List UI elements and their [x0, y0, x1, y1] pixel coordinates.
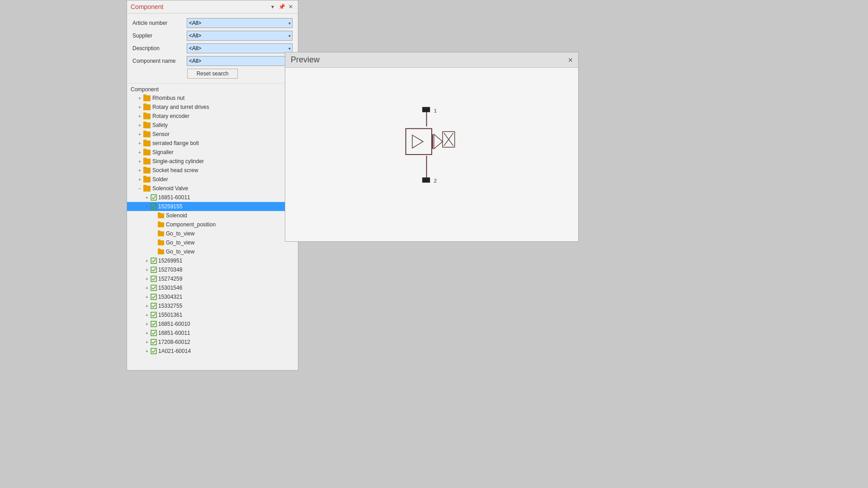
tree-item-1a021-60014[interactable]: + 1A021-60014	[127, 347, 298, 356]
expand-17208-60012[interactable]: +	[143, 338, 151, 346]
label-15274259: 15274259	[158, 276, 182, 282]
expand-1a021-60014[interactable]: +	[143, 347, 151, 355]
folder-icon-solder	[143, 177, 151, 183]
folder-icon-signaller	[143, 150, 151, 155]
tree-item-15270348[interactable]: + 15270348	[127, 265, 298, 274]
tree-item-solder[interactable]: + Solder	[127, 175, 298, 184]
svg-marker-17	[412, 135, 423, 148]
expand-solder[interactable]: +	[136, 176, 143, 183]
label-15259155: 15259155	[158, 203, 182, 210]
tree-item-serrated-flange[interactable]: + serrated flange bolt	[127, 139, 298, 148]
tree-item-goto-view-2[interactable]: + Go_to_view	[127, 238, 298, 247]
expand-rhombus-nut[interactable]: +	[136, 94, 143, 102]
label-15269951: 15269951	[158, 258, 182, 264]
expand-16851-60011b[interactable]: +	[143, 329, 151, 337]
expand-safety[interactable]: +	[136, 122, 143, 129]
svg-marker-18	[434, 134, 443, 149]
supplier-select[interactable]: <All>	[187, 31, 292, 41]
expand-rotary-encoder[interactable]: +	[136, 113, 143, 120]
tree-item-15501361[interactable]: + 15501361	[127, 310, 298, 319]
expand-15332755[interactable]: +	[143, 302, 151, 310]
svg-rect-9	[151, 321, 156, 327]
expand-15269951[interactable]: +	[143, 257, 151, 264]
tree-item-single-acting[interactable]: + Single-acting cylinder	[127, 157, 298, 166]
tree-item-signaller[interactable]: + Signaller	[127, 148, 298, 157]
expand-15304321[interactable]: +	[143, 293, 151, 300]
expand-solenoid-valve[interactable]: −	[136, 185, 143, 192]
expand-15301546[interactable]: +	[143, 284, 151, 291]
label-goto-view-2: Go_to_view	[166, 239, 194, 246]
preview-close-button[interactable]: ×	[568, 56, 573, 64]
description-row: Description <All>	[132, 43, 292, 53]
expand-serrated-flange[interactable]: +	[136, 140, 143, 147]
expand-15501361[interactable]: +	[143, 311, 151, 319]
label-16851-60010: 16851-60010	[158, 321, 190, 327]
svg-rect-12	[151, 348, 156, 354]
tree-item-safety[interactable]: + Safety	[127, 121, 298, 130]
folder-icon-single-acting	[143, 159, 151, 164]
pin-icon[interactable]: 📌	[278, 3, 285, 10]
dropdown-icon[interactable]: ▾	[269, 3, 276, 10]
label-sensor: Sensor	[152, 131, 170, 137]
expand-rotary-turret[interactable]: +	[136, 103, 143, 111]
folder-icon-serrated-flange	[143, 141, 151, 146]
tree-item-15332755[interactable]: + 15332755	[127, 301, 298, 310]
tree-item-rotary-encoder[interactable]: + Rotary encoder	[127, 112, 298, 121]
folder-icon-safety	[143, 122, 151, 128]
supplier-wrapper: <All>	[187, 31, 292, 41]
article-number-select[interactable]: <All>	[187, 18, 292, 28]
tree-item-solenoid-valve[interactable]: − Solenoid Valve	[127, 184, 298, 193]
label-safety: Safety	[152, 122, 168, 128]
description-wrapper: <All>	[187, 43, 292, 53]
tree-item-goto-view-1[interactable]: + Go_to_view	[127, 229, 298, 238]
tree-item-16851-60010[interactable]: + 16851-60010	[127, 319, 298, 328]
tree-item-15301546[interactable]: + 15301546	[127, 283, 298, 292]
tree-item-goto-view-3[interactable]: + Go_to_view	[127, 247, 298, 256]
component-name-label: Component name	[132, 58, 187, 64]
description-select[interactable]: <All>	[187, 43, 292, 53]
description-label: Description	[132, 45, 187, 52]
tree-item-component-position[interactable]: + Component_position	[127, 220, 298, 229]
svg-text:2: 2	[434, 178, 437, 183]
tree-item-16851-60011[interactable]: + 16851-60011	[127, 193, 298, 202]
tree-item-solenoid-sub[interactable]: + Solenoid	[127, 211, 298, 220]
component-name-select[interactable]: <All>	[187, 56, 292, 66]
label-socket-head: Socket head screw	[152, 167, 198, 174]
label-serrated-flange: serrated flange bolt	[152, 140, 199, 146]
titlebar-icons: ▾ 📌 ✕	[269, 3, 294, 10]
svg-rect-16	[406, 129, 432, 155]
tree-item-16851-60011b[interactable]: + 16851-60011	[127, 328, 298, 338]
component-icon-16851-60010	[151, 321, 157, 327]
label-goto-view-1: Go_to_view	[166, 230, 194, 237]
component-icon-17208-60012	[151, 339, 157, 345]
label-rotary-encoder: Rotary encoder	[152, 113, 189, 119]
expand-16851-60011[interactable]: +	[143, 194, 151, 201]
tree-item-15259155[interactable]: − 15259155	[127, 202, 298, 211]
expand-15270348[interactable]: +	[143, 266, 151, 273]
label-goto-view-3: Go_to_view	[166, 249, 194, 255]
component-icon-15259155	[151, 203, 157, 210]
tree-item-rotary-turret[interactable]: + Rotary and turret drives	[127, 103, 298, 112]
label-single-acting: Single-acting cylinder	[152, 158, 204, 164]
label-solder: Solder	[152, 176, 168, 183]
tree-item-15304321[interactable]: + 15304321	[127, 292, 298, 301]
expand-15259155[interactable]: −	[143, 203, 151, 210]
tree-item-15274259[interactable]: + 15274259	[127, 274, 298, 283]
tree-item-15269951[interactable]: + 15269951	[127, 256, 298, 265]
component-icon-15501361	[151, 312, 157, 318]
tree-item-sensor[interactable]: + Sensor	[127, 130, 298, 139]
expand-15274259[interactable]: +	[143, 275, 151, 282]
tree-item-17208-60012[interactable]: + 17208-60012	[127, 338, 298, 347]
reset-search-button[interactable]: Reset search	[187, 69, 238, 79]
close-icon[interactable]: ✕	[287, 3, 294, 10]
tree-item-rhombus-nut[interactable]: + Rhombus nut	[127, 94, 298, 103]
expand-single-acting[interactable]: +	[136, 158, 143, 165]
svg-rect-6	[151, 294, 156, 300]
expand-signaller[interactable]: +	[136, 149, 143, 156]
expand-sensor[interactable]: +	[136, 131, 143, 138]
tree-item-socket-head[interactable]: + Socket head screw	[127, 166, 298, 175]
panel-titlebar: Component ▾ 📌 ✕	[127, 0, 298, 14]
expand-16851-60010[interactable]: +	[143, 320, 151, 328]
expand-socket-head[interactable]: +	[136, 167, 143, 174]
svg-rect-2	[151, 258, 156, 263]
